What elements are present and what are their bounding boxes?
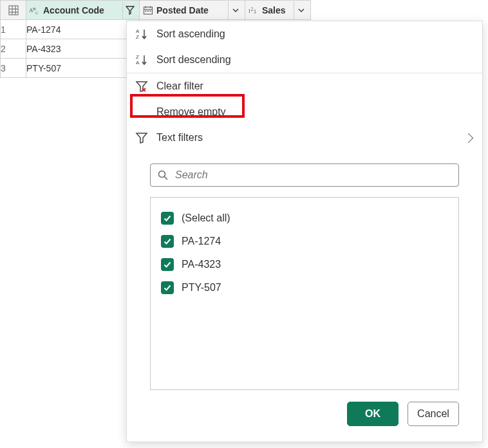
sort-asc-icon: AZ bbox=[135, 27, 149, 41]
row-number: 3 bbox=[1, 59, 26, 78]
filter-value-label: PA-4323 bbox=[182, 259, 221, 270]
svg-text:A: A bbox=[136, 28, 140, 34]
text-type-icon: ABC bbox=[29, 5, 41, 16]
text-filters-item[interactable]: Text filters bbox=[127, 125, 482, 151]
column-filter-button[interactable] bbox=[294, 1, 308, 19]
column-filter-button[interactable] bbox=[122, 1, 136, 19]
chevron-down-icon bbox=[298, 8, 305, 12]
table-icon bbox=[8, 5, 19, 16]
filter-icon bbox=[135, 131, 149, 145]
sort-descending-item[interactable]: ZA Sort descending bbox=[127, 47, 482, 73]
svg-text:2: 2 bbox=[251, 6, 254, 12]
svg-text:A: A bbox=[136, 60, 140, 66]
svg-point-26 bbox=[159, 171, 165, 178]
column-header-sales[interactable]: 123 Sales bbox=[245, 1, 311, 20]
menu-label: Text filters bbox=[156, 132, 203, 144]
column-filter-button[interactable] bbox=[228, 1, 242, 19]
menu-label: Sort ascending bbox=[156, 28, 225, 40]
cancel-button[interactable]: Cancel bbox=[408, 402, 459, 426]
checkbox-checked-icon[interactable] bbox=[161, 258, 174, 271]
ok-button[interactable]: OK bbox=[347, 402, 399, 426]
svg-text:Z: Z bbox=[136, 54, 139, 60]
svg-text:Z: Z bbox=[136, 34, 139, 40]
search-input[interactable] bbox=[174, 169, 452, 182]
sort-desc-icon: ZA bbox=[135, 53, 149, 67]
checkbox-checked-icon[interactable] bbox=[161, 281, 174, 294]
filter-active-icon bbox=[126, 6, 135, 15]
menu-label: Clear filter bbox=[156, 80, 203, 92]
column-label: Posted Date bbox=[156, 5, 209, 15]
cell-account-code[interactable]: PTY-507 bbox=[26, 59, 140, 78]
filter-value-label: (Select all) bbox=[182, 212, 230, 224]
search-icon bbox=[157, 169, 169, 181]
row-number: 1 bbox=[1, 20, 26, 39]
filter-values-list[interactable]: (Select all) PA-1274 PA-4323 PTY-507 bbox=[150, 197, 459, 390]
sort-ascending-item[interactable]: AZ Sort ascending bbox=[127, 21, 482, 47]
column-label: Account Code bbox=[43, 5, 104, 15]
date-type-icon bbox=[142, 5, 154, 16]
menu-label: Remove empty bbox=[156, 106, 226, 118]
filter-value-label: PA-1274 bbox=[182, 236, 221, 247]
row-number: 2 bbox=[1, 39, 26, 59]
cell-account-code[interactable]: PA-4323 bbox=[26, 39, 140, 59]
filter-value-label: PTY-507 bbox=[182, 282, 221, 294]
chevron-down-icon bbox=[232, 8, 239, 12]
clear-filter-item[interactable]: Clear filter bbox=[127, 73, 482, 99]
svg-text:3: 3 bbox=[254, 10, 256, 15]
checkbox-checked-icon[interactable] bbox=[161, 235, 174, 248]
dialog-footer: OK Cancel bbox=[127, 390, 482, 442]
filter-value-item[interactable]: PA-1274 bbox=[161, 230, 448, 253]
column-header-account-code[interactable]: ABC Account Code bbox=[26, 1, 140, 20]
filter-value-item[interactable]: PA-4323 bbox=[161, 253, 448, 276]
number-type-icon: 123 bbox=[248, 5, 259, 16]
svg-rect-13 bbox=[147, 10, 149, 12]
column-label: Sales bbox=[262, 5, 286, 15]
svg-text:C: C bbox=[35, 10, 39, 15]
remove-empty-item[interactable]: Remove empty bbox=[127, 99, 482, 125]
svg-rect-14 bbox=[150, 10, 151, 12]
column-header-posted-date[interactable]: Posted Date bbox=[140, 1, 245, 20]
cell-account-code[interactable]: PA-1274 bbox=[26, 20, 140, 39]
search-field-wrap[interactable] bbox=[150, 163, 459, 187]
menu-label: Sort descending bbox=[156, 54, 231, 66]
filter-value-select-all[interactable]: (Select all) bbox=[161, 207, 448, 230]
checkbox-checked-icon[interactable] bbox=[161, 212, 174, 225]
svg-rect-0 bbox=[9, 6, 18, 15]
filter-value-item[interactable]: PTY-507 bbox=[161, 276, 448, 299]
filter-dropdown-panel: AZ Sort ascending ZA Sort descending Cle… bbox=[126, 21, 483, 442]
svg-rect-12 bbox=[145, 10, 147, 12]
select-all-cell[interactable] bbox=[1, 1, 26, 20]
button-label: Cancel bbox=[417, 408, 449, 420]
button-label: OK bbox=[365, 408, 380, 420]
clear-filter-icon bbox=[135, 79, 149, 93]
svg-line-27 bbox=[165, 177, 168, 180]
blank-icon bbox=[135, 105, 149, 119]
